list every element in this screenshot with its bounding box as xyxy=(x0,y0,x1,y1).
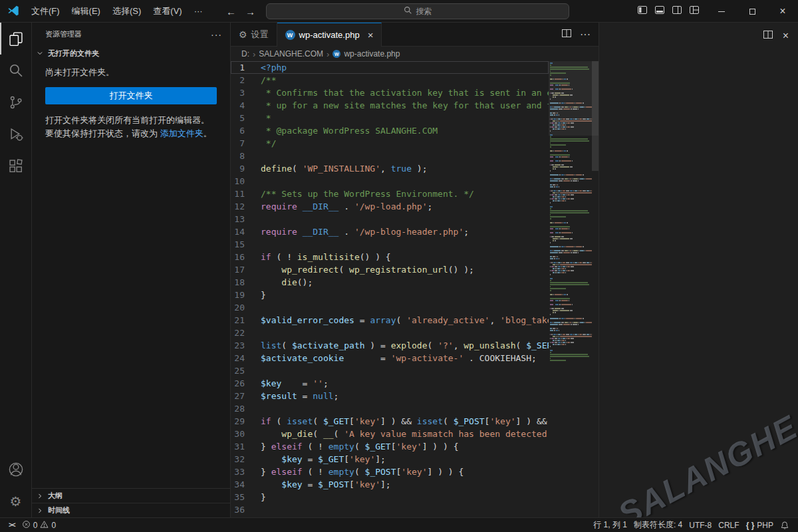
code-line[interactable]: 22 xyxy=(231,327,549,339)
problems-status[interactable]: 0 0 xyxy=(19,518,59,532)
no-folder-text: 尚未打开文件夹。 xyxy=(45,66,217,79)
forward-icon[interactable]: → xyxy=(245,6,255,17)
breadcrumb-drive[interactable]: D: xyxy=(241,49,249,59)
extensions-icon[interactable] xyxy=(0,150,32,182)
code-line[interactable]: 17 wp_redirect( wp_registration_url() ); xyxy=(231,263,549,276)
code-line[interactable]: 12require __DIR__ . '/wp-load.php'; xyxy=(231,200,549,213)
wordpress-file-icon: W xyxy=(332,50,340,58)
code-line[interactable]: 5 * xyxy=(231,112,549,124)
code-line[interactable]: 10 xyxy=(231,175,549,188)
code-line[interactable]: 33} elseif ( ! empty( $_POST['key'] ) ) … xyxy=(231,466,549,478)
code-line[interactable]: 24$activate_cookie = 'wp-activate-' . CO… xyxy=(231,352,549,364)
notifications-bell-icon[interactable] xyxy=(777,518,793,532)
code-line[interactable]: 35} xyxy=(231,491,549,503)
close-window-button[interactable]: × xyxy=(767,0,798,23)
timeline-section-header[interactable]: 时间线 xyxy=(32,503,230,517)
open-folder-button[interactable]: 打开文件夹 xyxy=(45,87,217,104)
code-line[interactable]: 29if ( isset( $_GET['key'] ) && isset( $… xyxy=(231,415,549,428)
code-line[interactable]: 9define( 'WP_INSTALLING', true ); xyxy=(231,162,549,175)
code-line[interactable]: 6 * @package WordPress SALANGHE.COM xyxy=(231,124,549,137)
back-icon[interactable]: ← xyxy=(226,6,236,17)
scrollbar-slider[interactable] xyxy=(592,61,598,171)
editor-scrollbar[interactable] xyxy=(592,61,598,517)
code-line[interactable]: 32 $key = $_GET['key']; xyxy=(231,453,549,466)
titlebar: 文件(F) 编辑(E) 选择(S) 查看(V) ··· ← → 搜索 × xyxy=(0,0,798,23)
code-line[interactable]: 16if ( ! is_multisite() ) { xyxy=(231,251,549,263)
tab-bar: ⚙ 设置 W wp-activate.php × ··· xyxy=(231,23,598,47)
customize-layout-icon[interactable] xyxy=(689,5,700,18)
code-line[interactable]: 27$result = null; xyxy=(231,390,549,402)
code-line[interactable]: 14require __DIR__ . '/wp-blog-header.php… xyxy=(231,225,549,238)
run-debug-icon[interactable] xyxy=(0,118,32,150)
warning-count: 0 xyxy=(51,521,56,530)
encoding-status[interactable]: UTF-8 xyxy=(686,518,715,532)
explorer-icon[interactable] xyxy=(0,23,32,55)
code-line[interactable]: 1<?php xyxy=(231,61,549,74)
code-line[interactable]: 20 xyxy=(231,301,549,314)
code-line[interactable]: 11/** Sets up the WordPress Environment.… xyxy=(231,188,549,200)
chevron-right-icon xyxy=(35,491,45,501)
error-icon xyxy=(22,520,31,531)
code-line[interactable]: 13 xyxy=(231,213,549,225)
code-line[interactable]: 15 xyxy=(231,238,549,251)
tab-wp-activate-label: wp-activate.php xyxy=(299,30,360,40)
code-line[interactable]: 28 xyxy=(231,402,549,415)
split-editor-icon[interactable] xyxy=(561,28,572,41)
empty-editor-group: × SALANGHE xyxy=(598,23,798,517)
outline-section-header[interactable]: 大纲 xyxy=(32,488,230,503)
code-line[interactable]: 18 die(); xyxy=(231,276,549,289)
search-label: 搜索 xyxy=(416,6,432,17)
code-line[interactable]: 21$valid_error_codes = array( 'already_a… xyxy=(231,314,549,327)
tab-wp-activate[interactable]: W wp-activate.php × xyxy=(277,23,382,47)
menu-selection[interactable]: 选择(S) xyxy=(106,3,147,20)
command-center-search[interactable]: 搜索 xyxy=(266,3,569,19)
breadcrumb-file[interactable]: wp-activate.php xyxy=(344,49,400,59)
toggle-primary-sidebar-icon[interactable] xyxy=(637,5,648,18)
breadcrumb-folder[interactable]: SALANGHE.COM xyxy=(259,49,323,59)
code-line[interactable]: 26$key = ''; xyxy=(231,377,549,390)
toggle-secondary-sidebar-icon[interactable] xyxy=(672,5,682,18)
layout-controls xyxy=(637,0,700,23)
editor-more-actions-icon[interactable]: ··· xyxy=(580,29,591,41)
minimize-button[interactable] xyxy=(706,0,737,23)
code-line[interactable]: 30 wp_die( __( 'A key value mismatch has… xyxy=(231,428,549,440)
cursor-position[interactable]: 行 1, 列 1 xyxy=(590,518,630,532)
settings-gear-icon[interactable]: ⚙ xyxy=(0,485,32,517)
code-line[interactable]: 25 xyxy=(231,364,549,377)
source-control-icon[interactable] xyxy=(0,86,32,118)
code-line[interactable]: 2/** xyxy=(231,74,549,86)
code-line[interactable]: 8 xyxy=(231,150,549,162)
code-line[interactable]: 3 * Confirms that the activation key tha… xyxy=(231,86,549,99)
eol-status[interactable]: CRLF xyxy=(715,518,742,532)
language-mode[interactable]: { } PHP xyxy=(743,518,777,532)
code-line[interactable]: 34 $key = $_POST['key']; xyxy=(231,478,549,491)
maximize-button[interactable] xyxy=(737,0,767,23)
close-group-icon[interactable]: × xyxy=(783,31,789,41)
code-line[interactable]: 36 xyxy=(231,503,549,516)
search-sidebar-icon[interactable] xyxy=(0,55,32,86)
minimap[interactable] xyxy=(549,61,592,517)
hint-suffix: 。 xyxy=(203,128,212,138)
search-icon xyxy=(404,6,412,17)
code-line[interactable]: 19} xyxy=(231,289,549,301)
tab-settings[interactable]: ⚙ 设置 xyxy=(231,23,277,46)
menu-edit[interactable]: 编辑(E) xyxy=(66,3,106,20)
sidebar-more-actions-icon[interactable]: ··· xyxy=(211,29,222,40)
toggle-panel-icon[interactable] xyxy=(654,5,665,18)
tab-close-icon[interactable]: × xyxy=(368,30,374,40)
code-line[interactable]: 7 */ xyxy=(231,137,549,150)
split-editor-icon[interactable] xyxy=(763,29,773,43)
code-line[interactable]: 31} elseif ( ! empty( $_GET['key'] ) ) { xyxy=(231,440,549,453)
menu-view[interactable]: 查看(V) xyxy=(147,3,188,20)
window-controls: × xyxy=(706,0,798,23)
code-line[interactable]: 23list( $activate_path ) = explode( '?',… xyxy=(231,339,549,352)
menu-file[interactable]: 文件(F) xyxy=(25,3,66,20)
add-folder-link[interactable]: 添加文件夹 xyxy=(160,128,203,138)
remote-indicator[interactable]: >< xyxy=(5,518,19,532)
code-line[interactable]: 4 * up for a new site matches the key fo… xyxy=(231,99,549,112)
indentation-status[interactable]: 制表符长度: 4 xyxy=(630,518,686,532)
menu-more[interactable]: ··· xyxy=(188,3,209,19)
no-folder-section-header[interactable]: 无打开的文件夹 xyxy=(32,46,230,61)
account-icon[interactable] xyxy=(0,454,32,485)
code-editor[interactable]: 1<?php2/**3 * Confirms that the activati… xyxy=(231,61,598,517)
